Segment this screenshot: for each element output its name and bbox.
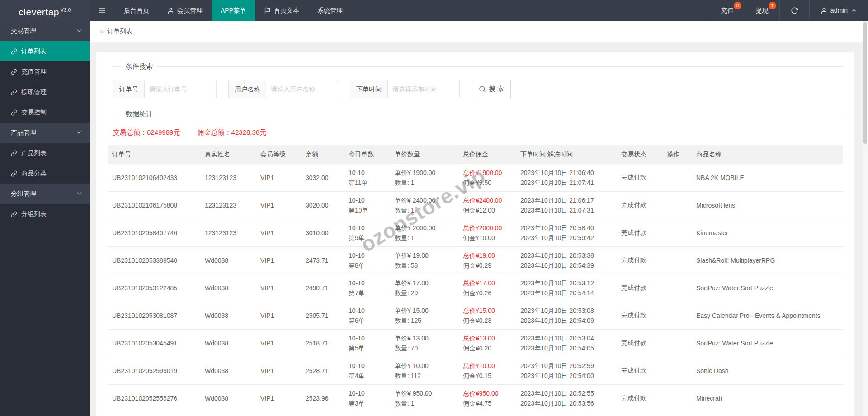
nav-item-APP菜单[interactable]: APP菜单 xyxy=(212,0,255,21)
vip-level: VIP1 xyxy=(256,385,301,412)
sidebar-group-产品管理[interactable]: 产品管理 xyxy=(0,123,90,143)
trade-status: 完成付款 xyxy=(617,412,662,416)
nav-item-后台首页[interactable]: 后台首页 xyxy=(115,0,158,21)
order-times: 2023年10月10日 20:52:502023年10月10日 20:53:51 xyxy=(516,412,617,416)
product-name: Kinemaster xyxy=(692,219,843,247)
sidebar-item-交易控制[interactable]: 交易控制 xyxy=(0,102,90,123)
total-commission: 总价¥2400.00佣金¥12.00 xyxy=(458,192,516,219)
real-name: 123123123 xyxy=(200,192,256,219)
action-提现[interactable]: 提现1 xyxy=(745,0,779,21)
action-label: 提现 xyxy=(756,0,769,21)
order-no-field-label: 订单号 xyxy=(113,80,145,98)
sidebar-group-label: 产品管理 xyxy=(11,129,36,136)
order-no: UB2310102106402433 xyxy=(108,164,200,192)
column-header: 总价佣金 xyxy=(458,145,516,164)
user-menu[interactable]: admin xyxy=(809,0,868,21)
price-qty: 单价¥ 950.00数量: 1 xyxy=(390,385,458,412)
order-no-field-group: 订单号 xyxy=(113,80,217,98)
product-name: Minecraft xyxy=(692,385,843,412)
commission-total-value: 42328.38元 xyxy=(231,128,267,136)
vip-level: VIP1 xyxy=(256,357,301,385)
daily-orders: 10-10第9单 xyxy=(344,219,390,247)
main-card: 条件搜索 订单号 用户名称 下单时间 搜 索 数据统计 交易总 xyxy=(96,52,854,416)
sidebar-item-提现管理[interactable]: 提现管理 xyxy=(0,82,90,102)
search-legend: 条件搜索 xyxy=(121,62,157,71)
order-times: 2023年10月10日 20:52:592023年10月10日 20:54:00 xyxy=(516,357,617,385)
product-name: Easy Calendar Pro - Events & Appointment… xyxy=(692,302,843,330)
price-qty: 单价¥ 1200.00数量: 1 xyxy=(390,412,458,416)
price-qty: 单价¥ 2000.00数量: 1 xyxy=(390,219,458,247)
balance: 2517.96 xyxy=(301,412,344,416)
order-no: UB2310102053389540 xyxy=(108,247,200,274)
price-qty: 单价¥ 2400.00数量: 1 xyxy=(390,192,458,219)
trade-status: 完成付款 xyxy=(617,247,662,274)
sidebar-toggle-button[interactable] xyxy=(90,0,115,21)
table-row: UB2310102053081087Wd0038VIP12505.7110-10… xyxy=(108,302,843,330)
real-name: Wd0038 xyxy=(200,302,256,330)
product-name: Sonic Dash xyxy=(692,357,843,385)
actions xyxy=(662,274,692,302)
sidebar-item-充值管理[interactable]: 充值管理 xyxy=(0,61,90,82)
trade-status: 完成付款 xyxy=(617,219,662,247)
total-commission: 总价¥10.00佣金¥0.15 xyxy=(458,357,516,385)
table-row: UB2310102058407746123123123VIP13010.0010… xyxy=(108,219,843,247)
vip-level: VIP1 xyxy=(256,164,301,192)
sidebar-item-订单列表[interactable]: 订单列表 xyxy=(0,41,90,61)
sidebar-item-label: 产品列表 xyxy=(21,149,47,157)
table-row: UB2310102053045491Wd0038VIP12518.7110-10… xyxy=(108,330,843,357)
actions xyxy=(662,412,692,416)
column-header: 今日单数 xyxy=(344,145,390,164)
search-button[interactable]: 搜 索 xyxy=(472,80,511,98)
order-times: 2023年10月10日 20:58:402023年10月10日 20:59:42 xyxy=(516,219,617,247)
nav-item-label: APP菜单 xyxy=(221,0,246,21)
refresh-button[interactable] xyxy=(779,0,809,21)
total-commission: 总价¥950.00佣金¥4.75 xyxy=(458,385,516,412)
actions xyxy=(662,385,692,412)
real-name: Wd0038 xyxy=(200,274,256,302)
order-no: UB2310102052555276 xyxy=(108,385,200,412)
product-name: Microsoft lens xyxy=(692,192,843,219)
total-commission: 总价¥19.00佣金¥0.29 xyxy=(458,247,516,274)
username-input[interactable] xyxy=(266,80,338,98)
link-icon xyxy=(11,109,17,116)
order-no-input[interactable] xyxy=(145,80,216,98)
order-time-input[interactable] xyxy=(388,80,459,98)
scrollbar[interactable] xyxy=(863,21,868,416)
breadcrumb-arrow-icon: » xyxy=(99,27,104,36)
scrollbar-thumb[interactable] xyxy=(863,22,867,144)
sidebar-item-商品分类[interactable]: 商品分类 xyxy=(0,163,90,184)
table-row: UB2310102052506800Wd0038VIP12517.9610-10… xyxy=(108,412,843,416)
order-no: UB2310102053122485 xyxy=(108,274,200,302)
sidebar-item-label: 交易控制 xyxy=(21,109,47,117)
link-icon xyxy=(11,48,17,55)
username-field-label: 用户名称 xyxy=(229,80,266,98)
daily-orders: 10-10第2单 xyxy=(344,412,390,416)
order-no: UB2310102058407746 xyxy=(108,219,200,247)
action-充值[interactable]: 充值0 xyxy=(710,0,745,21)
column-header: 单价数量 xyxy=(390,145,458,164)
brand-logo[interactable]: clevertapV3.0 xyxy=(0,0,90,21)
trade-status: 完成付款 xyxy=(617,164,662,192)
nav-item-系统管理[interactable]: 系统管理 xyxy=(308,0,352,21)
daily-orders: 10-10第6单 xyxy=(344,302,390,330)
order-table-header: 订单号真实姓名会员等级余额今日单数单价数量总价佣金下单时间 解冻时间交易状态操作… xyxy=(108,145,843,164)
sidebar-group-交易管理[interactable]: 交易管理 xyxy=(0,21,90,41)
sidebar-item-分组列表[interactable]: 分组列表 xyxy=(0,204,90,224)
product-name: SortPuz: Water Sort Puzzle xyxy=(692,330,843,357)
stats-legend: 数据统计 xyxy=(121,110,157,118)
page-title: 订单列表 xyxy=(107,28,132,36)
column-header: 订单号 xyxy=(108,145,200,164)
table-row: UB2310102053122485Wd0038VIP12490.7110-10… xyxy=(108,274,843,302)
actions xyxy=(662,357,692,385)
order-times: 2023年10月10日 20:53:042023年10月10日 20:54:05 xyxy=(516,330,617,357)
table-row: UB2310102106175808123123123VIP13020.0010… xyxy=(108,192,843,219)
product-name: Design+code xyxy=(692,412,843,416)
real-name: 123123123 xyxy=(200,219,256,247)
commission-total-stat: 佣金总额：42328.38元 xyxy=(198,128,267,136)
sidebar-item-产品列表[interactable]: 产品列表 xyxy=(0,143,90,163)
total-commission: 总价¥1200.00佣金¥6.00 xyxy=(458,412,516,416)
nav-item-首页文本[interactable]: 首页文本 xyxy=(255,0,308,21)
nav-item-会员管理[interactable]: 会员管理 xyxy=(158,0,212,21)
order-times: 2023年10月10日 20:52:552023年10月10日 20:53:56 xyxy=(516,385,617,412)
sidebar-group-分组管理[interactable]: 分组管理 xyxy=(0,184,90,204)
